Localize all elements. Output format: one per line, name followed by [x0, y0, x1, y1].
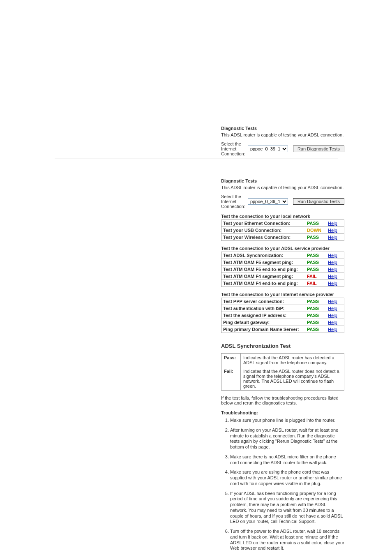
help-link[interactable]: Help [328, 228, 337, 233]
group3-title: Test the connection to your Internet ser… [221, 292, 344, 297]
help-link[interactable]: Help [328, 313, 337, 318]
help-link[interactable]: Help [328, 320, 337, 325]
list-item: Make sure there is no ADSL micro filter … [230, 454, 344, 466]
table-row: Test ATM OAM F5 segment ping:PASSHelp [221, 259, 344, 266]
help-link[interactable]: Help [328, 267, 337, 272]
list-item: After turning on your ADSL router, wait … [230, 428, 344, 450]
group3-table: Test PPP server connection:PASSHelp Test… [221, 298, 344, 333]
select-label-1: Select the Internet Connection: [221, 141, 245, 156]
diag-title-2: Diagnostic Tests [221, 178, 344, 183]
help-link[interactable]: Help [328, 306, 337, 311]
diag-intro-2: This ADSL router is capable of testing y… [221, 185, 344, 190]
table-row: Test the assigned IP address:PASSHelp [221, 312, 344, 319]
group1-table: Test your Ethernet Connection:PASSHelp T… [221, 220, 344, 241]
table-row: Test ATM OAM F5 end-to-end ping:PASSHelp [221, 266, 344, 273]
table-row: Test your Wireless Connection:PASSHelp [221, 234, 344, 241]
sync-table: Pass:Indicates that the ADSL router has … [221, 353, 344, 391]
table-row: Test ATM OAM F4 segment ping:FAILHelp [221, 273, 344, 280]
diag-title-1: Diagnostic Tests [221, 126, 344, 131]
group1-title: Test the connection to your local networ… [221, 214, 344, 219]
sync-fail-key: Fail: [221, 367, 241, 391]
help-link[interactable]: Help [328, 253, 337, 258]
help-link[interactable]: Help [328, 221, 337, 226]
help-link[interactable]: Help [328, 299, 337, 304]
diag-intro-1: This ADSL router is capable of testing y… [221, 132, 344, 137]
help-link[interactable]: Help [328, 235, 337, 240]
table-row: Test PPP server connection:PASSHelp [221, 298, 344, 305]
list-item: If your ADSL has been functioning proper… [230, 491, 344, 525]
table-row: Ping default gateway:PASSHelp [221, 319, 344, 326]
group2-title: Test the connection to your ADSL service… [221, 246, 344, 251]
help-link[interactable]: Help [328, 327, 337, 332]
table-row: Test authentication with ISP:PASSHelp [221, 305, 344, 312]
sync-title: ADSL Synchronization Test [221, 343, 344, 349]
group2-table: Test ADSL Synchronization:PASSHelp Test … [221, 252, 344, 287]
help-link[interactable]: Help [328, 274, 337, 279]
table-row: Test ATM OAM F4 end-to-end ping:FAILHelp [221, 280, 344, 287]
select-label-2: Select the Internet Connection: [221, 194, 245, 209]
run-tests-button-1[interactable]: Run Diagnostic Tests [293, 146, 344, 152]
troubleshooting-list: Make sure your phone line is plugged int… [221, 418, 344, 551]
run-tests-button-2[interactable]: Run Diagnostic Tests [293, 198, 344, 205]
table-row: Ping primary Domain Name Server:PASSHelp [221, 326, 344, 333]
afterfail-text: If the test fails, follow the troublesho… [221, 395, 344, 405]
sync-fail-text: Indicates that the ADSL router does not … [241, 367, 344, 391]
list-item: Turn off the power to the ADSL router, w… [230, 529, 344, 551]
table-row: Test your USB Connection:DOWNHelp [221, 227, 344, 234]
list-item: Make sure you are using the phone cord t… [230, 469, 344, 486]
list-item: Make sure your phone line is plugged int… [230, 418, 344, 423]
connection-select-2[interactable]: pppoe_0_39_1 [248, 198, 288, 205]
table-row: Test ADSL Synchronization:PASSHelp [221, 252, 344, 259]
sync-pass-key: Pass: [221, 354, 241, 367]
connection-select-1[interactable]: pppoe_0_39_1 [248, 146, 288, 152]
sync-pass-text: Indicates that the ADSL router has detec… [241, 354, 344, 367]
help-link[interactable]: Help [328, 281, 337, 286]
troubleshooting-title: Troubleshooting: [221, 410, 344, 415]
help-link[interactable]: Help [328, 260, 337, 265]
table-row: Test your Ethernet Connection:PASSHelp [221, 220, 344, 227]
